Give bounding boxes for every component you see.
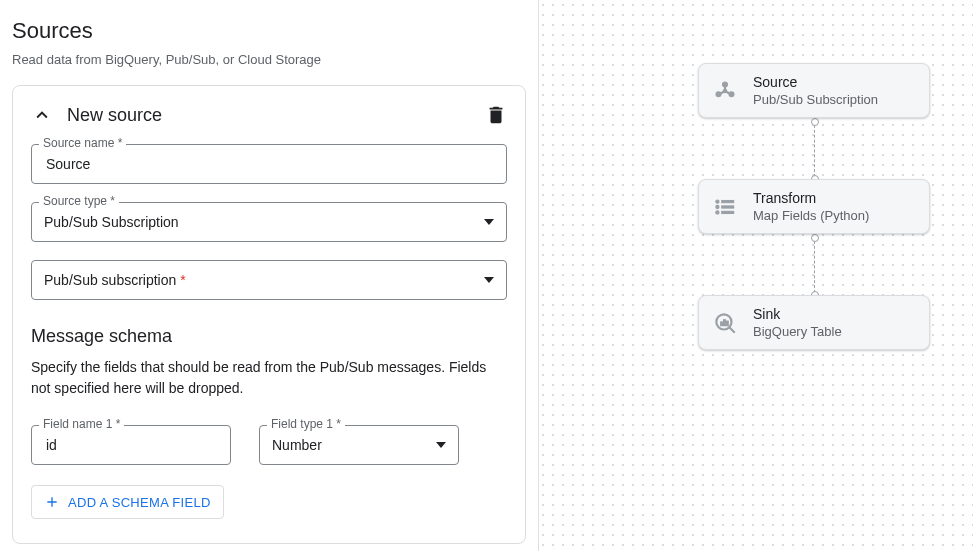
svg-rect-12	[723, 319, 725, 325]
plus-icon	[44, 494, 60, 510]
schema-row: Field name 1 * Field type 1 * Number	[31, 425, 507, 465]
subscription-required-star: *	[180, 272, 185, 288]
pubsub-icon	[711, 77, 739, 105]
svg-rect-11	[721, 321, 723, 325]
svg-point-6	[716, 210, 719, 213]
node-subtitle: Map Fields (Python)	[753, 208, 869, 223]
source-type-label: Source type *	[39, 194, 119, 208]
source-type-field: Source type * Pub/Sub Subscription	[31, 202, 507, 242]
node-subtitle: BigQuery Table	[753, 324, 842, 339]
caret-down-icon	[484, 277, 494, 283]
field-name-input[interactable]	[44, 426, 218, 464]
node-title: Transform	[753, 190, 869, 206]
sources-panel: Sources Read data from BigQuery, Pub/Sub…	[0, 0, 538, 551]
pipeline-canvas[interactable]: Source Pub/Sub Subscription Transform Ma…	[538, 0, 973, 551]
page-title: Sources	[12, 18, 526, 44]
node-sink[interactable]: Sink BigQuery Table	[698, 295, 930, 350]
caret-down-icon	[436, 442, 446, 448]
svg-rect-9	[722, 211, 734, 213]
port-transform-out[interactable]	[811, 234, 819, 242]
svg-rect-13	[726, 321, 728, 326]
subscription-field: Pub/Sub subscription *	[31, 260, 507, 300]
field-name-label: Field name 1 *	[39, 417, 124, 431]
svg-point-4	[716, 199, 719, 202]
source-name-label: Source name *	[39, 136, 126, 150]
card-title: New source	[67, 105, 471, 126]
source-name-field: Source name *	[31, 144, 507, 184]
field-type-wrap: Field type 1 * Number	[259, 425, 459, 465]
node-transform[interactable]: Transform Map Fields (Python)	[698, 179, 930, 234]
subscription-select[interactable]: Pub/Sub subscription *	[31, 260, 507, 300]
card-header: New source	[31, 104, 507, 126]
delete-icon[interactable]	[485, 104, 507, 126]
node-title: Sink	[753, 306, 842, 322]
node-body: Source Pub/Sub Subscription	[753, 74, 878, 107]
node-title: Source	[753, 74, 878, 90]
subscription-placeholder: Pub/Sub subscription *	[44, 272, 186, 288]
field-type-value: Number	[272, 437, 322, 453]
schema-heading: Message schema	[31, 326, 507, 347]
edge-source-transform	[814, 120, 815, 177]
node-subtitle: Pub/Sub Subscription	[753, 92, 878, 107]
list-icon	[711, 193, 739, 221]
collapse-icon[interactable]	[31, 104, 53, 126]
field-name-wrap: Field name 1 *	[31, 425, 231, 465]
add-schema-field-label: ADD A SCHEMA FIELD	[68, 495, 211, 510]
source-card: New source Source name * Source type * P…	[12, 85, 526, 544]
bigquery-icon	[711, 309, 739, 337]
subscription-label-text: Pub/Sub subscription	[44, 272, 180, 288]
node-source[interactable]: Source Pub/Sub Subscription	[698, 63, 930, 118]
svg-rect-8	[722, 205, 734, 207]
source-type-value: Pub/Sub Subscription	[44, 214, 179, 230]
node-body: Sink BigQuery Table	[753, 306, 842, 339]
schema-description: Specify the fields that should be read f…	[31, 357, 507, 399]
page-subtitle: Read data from BigQuery, Pub/Sub, or Clo…	[12, 52, 526, 67]
source-type-select[interactable]: Pub/Sub Subscription	[31, 202, 507, 242]
field-type-label: Field type 1 *	[267, 417, 345, 431]
source-name-input-wrap	[31, 144, 507, 184]
node-body: Transform Map Fields (Python)	[753, 190, 869, 223]
port-source-out[interactable]	[811, 118, 819, 126]
field-name-input-wrap	[31, 425, 231, 465]
caret-down-icon	[484, 219, 494, 225]
svg-point-5	[716, 205, 719, 208]
edge-transform-sink	[814, 236, 815, 293]
add-schema-field-button[interactable]: ADD A SCHEMA FIELD	[31, 485, 224, 519]
svg-rect-7	[722, 200, 734, 202]
field-type-select[interactable]: Number	[259, 425, 459, 465]
source-name-input[interactable]	[44, 145, 494, 183]
